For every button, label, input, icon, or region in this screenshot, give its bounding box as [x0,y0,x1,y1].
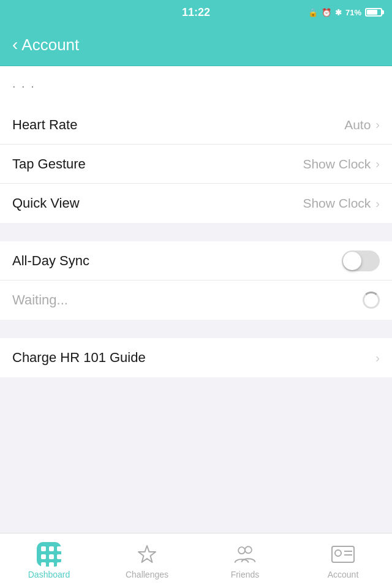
heart-rate-value: Auto [344,118,371,132]
quick-view-value-container: Show Clock › [303,196,380,211]
section-1: Heart Rate Auto › Tap Gesture Show Clock… [0,105,392,223]
battery-icon [365,8,382,17]
chevron-left-icon: ‹ [12,36,18,53]
battery-percent: 71% [345,8,361,17]
tap-gesture-row[interactable]: Tap Gesture Show Clock › [0,145,392,184]
heart-rate-label: Heart Rate [12,117,77,133]
chevron-right-icon-3: › [375,197,380,211]
nav-account-label: Account [328,570,359,579]
svg-point-4 [335,550,341,556]
tap-gesture-label: Tap Gesture [12,156,86,172]
waiting-label: Waiting... [12,292,68,308]
chevron-right-icon-4: › [375,351,380,365]
bluetooth-icon: ✱ [335,8,342,17]
svg-marker-0 [138,546,156,562]
nav-friends-label: Friends [231,570,260,579]
bottom-nav: Dashboard Challenges Friends [0,533,392,588]
header: ‹ Account [0,24,392,66]
chevron-right-icon-2: › [375,157,380,171]
section-3: Charge HR 101 Guide › [0,338,392,377]
alarm-icon: ⏰ [322,8,331,17]
status-bar: 11:22 🔒 ⏰ ✱ 71% [0,0,392,24]
partial-section: · · · [0,66,392,105]
partial-label: · · · [12,79,36,93]
back-button[interactable]: ‹ Account [12,36,79,55]
lock-icon: 🔒 [308,8,318,17]
waiting-row: Waiting... [0,281,392,320]
chevron-right-icon: › [375,118,380,132]
challenges-icon [135,542,159,567]
quick-view-value: Show Clock [303,196,371,211]
separator-2 [0,320,392,338]
nav-challenges[interactable]: Challenges [98,533,196,588]
charge-guide-label: Charge HR 101 Guide [12,350,146,366]
toggle-knob [343,252,361,270]
all-day-sync-label: All-Day Sync [12,253,89,269]
account-icon [331,542,355,567]
charge-guide-value-container: › [375,351,380,365]
separator-1 [0,223,392,241]
section-2: All-Day Sync Waiting... [0,241,392,320]
nav-account[interactable]: Account [294,533,392,588]
nav-dashboard[interactable]: Dashboard [0,533,98,588]
quick-view-label: Quick View [12,195,80,211]
header-title: Account [21,36,79,55]
all-day-sync-toggle[interactable] [342,251,380,271]
waiting-spinner [363,292,380,309]
heart-rate-value-container: Auto › [344,118,380,132]
quick-view-row[interactable]: Quick View Show Clock › [0,184,392,223]
nav-friends[interactable]: Friends [196,533,294,588]
dashboard-icon [37,542,61,567]
svg-point-2 [238,547,245,554]
nav-challenges-label: Challenges [126,570,168,579]
nav-dashboard-label: Dashboard [28,570,70,579]
charge-guide-row[interactable]: Charge HR 101 Guide › [0,338,392,377]
svg-point-1 [245,546,252,553]
heart-rate-row[interactable]: Heart Rate Auto › [0,105,392,145]
friends-icon [233,542,257,567]
status-time: 11:22 [182,6,210,19]
all-day-sync-row[interactable]: All-Day Sync [0,241,392,281]
partial-row[interactable]: · · · [0,66,392,105]
status-icons: 🔒 ⏰ ✱ 71% [308,8,382,17]
tap-gesture-value: Show Clock [303,157,371,172]
tap-gesture-value-container: Show Clock › [303,157,380,172]
